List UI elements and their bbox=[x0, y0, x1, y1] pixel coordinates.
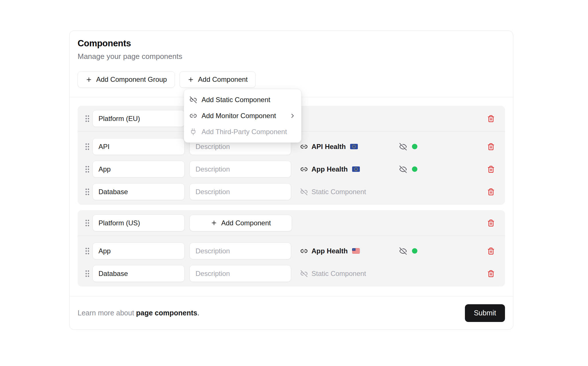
drag-handle-icon[interactable] bbox=[84, 143, 90, 151]
delete-component-button[interactable] bbox=[487, 142, 495, 151]
us-flag-icon bbox=[352, 248, 360, 254]
component-group: Add Component App Health bbox=[78, 210, 505, 287]
drag-handle-icon[interactable] bbox=[84, 270, 90, 278]
menu-item-add-third-party-component: Add Third-Party Component bbox=[184, 124, 301, 140]
toolbar: Add Component Group Add Component bbox=[78, 71, 505, 88]
group-rows: App Health bbox=[78, 236, 505, 287]
components-card: Components Manage your page components A… bbox=[69, 31, 513, 330]
monitor-link-cell: API Health bbox=[300, 143, 399, 151]
component-name-input[interactable] bbox=[92, 242, 185, 259]
add-component-label: Add Component bbox=[198, 75, 248, 83]
link-icon bbox=[190, 112, 197, 120]
chevron-right-icon bbox=[289, 112, 296, 119]
learn-more-suffix: . bbox=[197, 309, 199, 317]
menu-item-label: Add Third-Party Component bbox=[202, 128, 287, 136]
unlink-icon bbox=[300, 188, 308, 196]
static-component-label: Static Component bbox=[311, 188, 366, 196]
drag-handle-icon[interactable] bbox=[84, 165, 90, 173]
drag-handle-icon[interactable] bbox=[84, 188, 90, 196]
add-component-group-label: Add Component Group bbox=[96, 75, 167, 83]
monitor-link-cell: App Health bbox=[300, 247, 399, 255]
add-component-menu: Add Static Component Add Monitor Compone… bbox=[184, 89, 301, 143]
component-description-input[interactable] bbox=[190, 161, 291, 178]
page-title: Components bbox=[78, 38, 505, 49]
unlink-icon bbox=[190, 96, 197, 104]
eu-flag-icon bbox=[352, 166, 360, 172]
add-component-group-button[interactable]: Add Component Group bbox=[78, 71, 175, 88]
visibility-cell bbox=[399, 247, 417, 255]
monitor-link-cell: App Health bbox=[300, 165, 399, 173]
menu-item-label: Add Static Component bbox=[202, 96, 270, 104]
link-icon bbox=[300, 166, 308, 173]
monitor-label: App Health bbox=[311, 247, 348, 255]
component-row: App Health bbox=[84, 161, 498, 178]
plus-icon bbox=[86, 76, 92, 83]
menu-item-add-static-component[interactable]: Add Static Component bbox=[184, 92, 301, 108]
static-component-cell: Static Component bbox=[300, 270, 399, 278]
component-description-input[interactable] bbox=[190, 265, 291, 282]
drag-handle-icon[interactable] bbox=[84, 219, 90, 227]
monitor-label: App Health bbox=[311, 165, 348, 173]
eye-off-icon[interactable] bbox=[399, 165, 407, 173]
status-dot bbox=[412, 144, 417, 149]
submit-button[interactable]: Submit bbox=[465, 304, 505, 322]
group-add-component-label: Add Component bbox=[221, 219, 271, 227]
trash-icon bbox=[487, 143, 495, 150]
eye-off-icon[interactable] bbox=[399, 143, 407, 151]
learn-more-text: Learn more about page components. bbox=[78, 309, 199, 317]
status-dot bbox=[412, 166, 417, 172]
trash-icon bbox=[487, 219, 495, 227]
component-row: App Health bbox=[84, 242, 498, 259]
component-row: Static Component bbox=[84, 183, 498, 200]
static-component-label: Static Component bbox=[311, 270, 366, 278]
card-header: Components Manage your page components A… bbox=[70, 31, 513, 88]
visibility-cell bbox=[399, 143, 417, 151]
trash-icon bbox=[487, 115, 495, 122]
component-description-input[interactable] bbox=[190, 183, 291, 200]
learn-more-prefix: Learn more about bbox=[78, 309, 136, 317]
page-components-link[interactable]: page components bbox=[136, 309, 197, 317]
delete-component-button[interactable] bbox=[487, 188, 495, 196]
trash-icon bbox=[487, 270, 495, 277]
menu-item-add-monitor-component[interactable]: Add Monitor Component bbox=[184, 108, 301, 124]
group-header: Add Component bbox=[78, 210, 505, 236]
component-description-input[interactable] bbox=[190, 242, 291, 259]
delete-group-button[interactable] bbox=[487, 219, 495, 227]
component-name-input[interactable] bbox=[92, 265, 185, 282]
component-name-input[interactable] bbox=[92, 183, 185, 200]
card-footer: Learn more about page components. Submit bbox=[70, 296, 513, 329]
static-component-cell: Static Component bbox=[300, 188, 399, 196]
group-add-component-button[interactable]: Add Component bbox=[190, 215, 292, 231]
trash-icon bbox=[487, 247, 495, 255]
unlink-icon bbox=[300, 270, 308, 277]
menu-item-label: Add Monitor Component bbox=[202, 112, 276, 120]
trash-icon bbox=[487, 188, 495, 196]
visibility-cell bbox=[399, 165, 417, 173]
drag-handle-icon[interactable] bbox=[84, 247, 90, 255]
component-row: Static Component bbox=[84, 265, 498, 282]
group-name-input[interactable] bbox=[92, 110, 185, 127]
delete-component-button[interactable] bbox=[487, 269, 495, 278]
link-icon bbox=[300, 143, 308, 150]
status-dot bbox=[412, 248, 417, 254]
plug-icon bbox=[190, 128, 197, 136]
link-icon bbox=[300, 247, 308, 255]
component-name-input[interactable] bbox=[92, 161, 185, 178]
trash-icon bbox=[487, 166, 495, 173]
monitor-label: API Health bbox=[311, 143, 346, 151]
delete-component-button[interactable] bbox=[487, 247, 495, 255]
group-name-input[interactable] bbox=[92, 214, 185, 231]
plus-icon bbox=[211, 220, 217, 226]
component-name-input[interactable] bbox=[92, 138, 185, 155]
plus-icon bbox=[188, 76, 194, 83]
page-subtitle: Manage your page components bbox=[78, 52, 505, 61]
add-component-button[interactable]: Add Component bbox=[179, 71, 256, 88]
drag-handle-icon[interactable] bbox=[84, 115, 90, 123]
eu-flag-icon bbox=[350, 144, 358, 149]
delete-component-button[interactable] bbox=[487, 165, 495, 174]
eye-off-icon[interactable] bbox=[399, 247, 407, 255]
delete-group-button[interactable] bbox=[487, 114, 495, 123]
